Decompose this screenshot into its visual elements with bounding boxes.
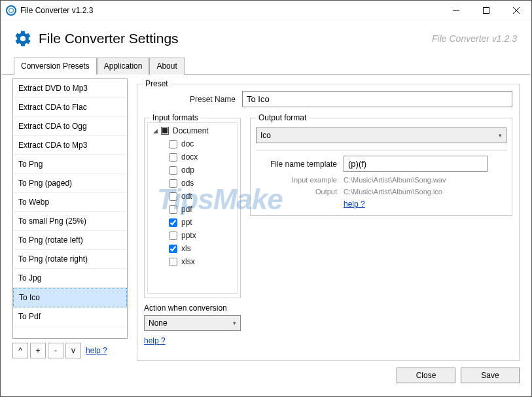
input-example-label: Input example: [256, 176, 344, 184]
tree-root[interactable]: ◢Document: [152, 124, 234, 137]
close-button[interactable]: Close: [397, 368, 455, 383]
format-checkbox[interactable]: [169, 166, 177, 175]
preset-item[interactable]: To Png (paged): [13, 174, 127, 193]
format-item[interactable]: pdf: [152, 203, 234, 216]
save-button[interactable]: Save: [461, 368, 520, 383]
preset-item[interactable]: To Ico: [13, 288, 127, 307]
format-item[interactable]: pptx: [152, 229, 234, 242]
preset-legend: Preset: [143, 79, 171, 88]
output-format-value: Ico: [260, 131, 271, 140]
output-format-legend: Output format: [256, 113, 309, 122]
preset-item[interactable]: Extract CDA to Ogg: [13, 117, 127, 136]
format-checkbox[interactable]: [169, 140, 177, 148]
preset-item[interactable]: To Png (rotate right): [13, 250, 127, 269]
gear-icon: [14, 29, 32, 48]
format-item[interactable]: docx: [152, 150, 234, 164]
preset-name-label: Preset Name: [144, 95, 242, 104]
preset-item[interactable]: Extract DVD to Mp3: [13, 79, 127, 98]
preset-item[interactable]: To Png (rotate left): [13, 231, 127, 250]
maximize-button[interactable]: [471, 1, 501, 20]
output-help-link[interactable]: help ?: [344, 199, 365, 209]
output-format-dropdown[interactable]: Ico ▾: [256, 128, 506, 143]
file-template-label: File name template: [256, 160, 344, 169]
app-icon: [6, 5, 16, 16]
preset-move-down-button[interactable]: v: [65, 343, 81, 358]
format-item[interactable]: ods: [152, 177, 234, 190]
input-formats-legend: Input formats: [150, 113, 201, 122]
format-checkbox[interactable]: [169, 258, 177, 266]
format-item[interactable]: doc: [152, 137, 234, 150]
brand-label: File Converter v1.2.3: [432, 33, 517, 44]
input-formats-group: Input formats ◢Documentdocdocxodpodsodtp…: [144, 118, 241, 298]
output-format-group: Output format Ico ▾ File name template I…: [250, 118, 512, 216]
preset-item[interactable]: To small Png (25%): [13, 212, 127, 231]
preset-group: Preset Preset Name Input formats ◢Docume…: [137, 84, 520, 361]
tab-conversion-presets[interactable]: Conversion Presets: [14, 58, 97, 75]
window-title: File Converter v1.2.3: [20, 6, 441, 15]
action-label: Action when conversion: [144, 303, 241, 313]
format-item[interactable]: xls: [152, 242, 234, 255]
tab-about[interactable]: About: [149, 58, 184, 75]
tab-application[interactable]: Application: [97, 58, 150, 75]
format-checkbox[interactable]: [169, 192, 177, 201]
input-formats-tree[interactable]: ◢Documentdocdocxodpodsodtpdfpptpptxxlsxl…: [147, 122, 238, 294]
preset-name-input[interactable]: [242, 91, 512, 107]
preset-move-up-button[interactable]: ^: [12, 343, 28, 358]
chevron-down-icon: ▾: [233, 320, 236, 326]
minimize-button[interactable]: [441, 1, 471, 20]
preset-item[interactable]: To Pdf: [13, 307, 127, 326]
format-checkbox[interactable]: [169, 205, 177, 214]
output-example-value: C:\Music\Artist\Album\Song.ico: [344, 188, 506, 196]
action-dropdown[interactable]: None ▾: [144, 315, 241, 331]
format-checkbox[interactable]: [169, 232, 177, 240]
close-window-button[interactable]: [501, 1, 531, 20]
preset-remove-button[interactable]: -: [48, 343, 63, 358]
input-example-value: C:\Music\Artist\Album\Song.wav: [344, 176, 506, 184]
chevron-down-icon: ▾: [499, 132, 502, 139]
format-item[interactable]: odt: [152, 190, 234, 203]
page-title: File Converter Settings: [39, 31, 432, 46]
header: File Converter Settings File Converter v…: [1, 20, 531, 57]
action-value: None: [149, 319, 168, 328]
preset-item[interactable]: To Jpg: [13, 269, 127, 288]
collapse-icon[interactable]: ◢: [152, 128, 158, 134]
preset-item[interactable]: To Png: [13, 155, 127, 174]
preset-item[interactable]: Extract CDA to Mp3: [13, 136, 127, 155]
format-item[interactable]: ppt: [152, 216, 234, 229]
preset-help-link[interactable]: help ?: [86, 346, 107, 355]
title-bar: File Converter v1.2.3: [1, 1, 531, 20]
preset-list[interactable]: Extract DVD to Mp3Extract CDA to FlacExt…: [12, 78, 128, 339]
format-checkbox[interactable]: [169, 218, 177, 227]
preset-item[interactable]: To Webp: [13, 193, 127, 212]
checkbox-mixed[interactable]: [161, 127, 169, 135]
format-checkbox[interactable]: [169, 153, 177, 162]
svg-rect-1: [484, 7, 489, 13]
tabs: Conversion Presets Application About: [2, 57, 530, 75]
preset-item[interactable]: Extract CDA to Flac: [13, 98, 127, 117]
format-item[interactable]: xlsx: [152, 255, 234, 268]
input-help-link[interactable]: help ?: [144, 336, 241, 345]
preset-add-button[interactable]: +: [30, 343, 46, 358]
format-item[interactable]: odp: [152, 164, 234, 177]
format-checkbox[interactable]: [169, 245, 177, 253]
output-example-label: Output: [256, 188, 344, 196]
file-template-input[interactable]: [344, 156, 488, 172]
format-checkbox[interactable]: [169, 179, 177, 188]
